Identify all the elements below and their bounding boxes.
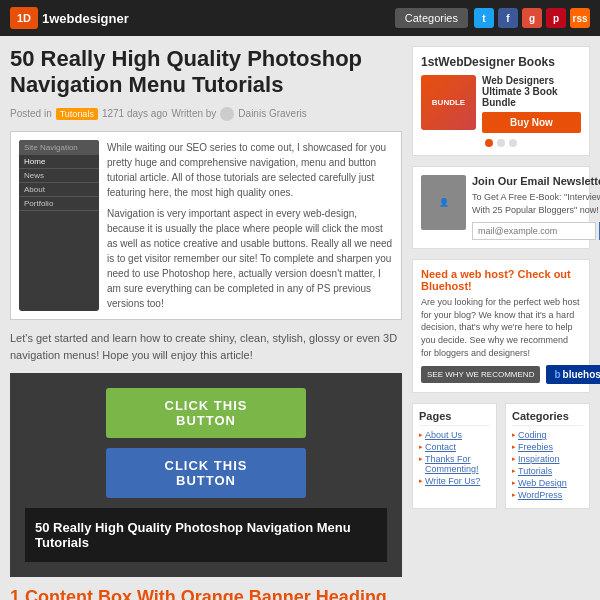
nav-item-home[interactable]: Home xyxy=(19,155,99,169)
nav-item-portfolio[interactable]: Portfolio xyxy=(19,197,99,211)
pinterest-icon[interactable]: p xyxy=(546,8,566,28)
dot-3[interactable] xyxy=(509,139,517,147)
logo-text: 1webdesigner xyxy=(42,11,129,26)
logo[interactable]: 1D 1webdesigner xyxy=(10,7,129,29)
logo-icon: 1D xyxy=(10,7,38,29)
pages-categories: Pages About Us Contact Thanks For Commen… xyxy=(412,403,590,509)
page-contact[interactable]: Contact xyxy=(419,442,490,452)
carousel-dots xyxy=(421,139,581,147)
article-body-3: Let's get started and learn how to creat… xyxy=(10,330,402,365)
email-input-row: + xyxy=(472,222,600,240)
book-info: Web Designers Ultimate 3 Book Bundle Buy… xyxy=(482,75,581,133)
bluehost-text: Are you looking for the perfect web host… xyxy=(421,296,581,359)
demo-area: CLICK THIS BUTTON CLICK THIS BUTTON 50 R… xyxy=(10,373,402,577)
blue-button[interactable]: CLICK THIS BUTTON xyxy=(106,448,306,498)
dot-1[interactable] xyxy=(485,139,493,147)
nav-preview: Site Navigation Home News About Portfoli… xyxy=(19,140,99,311)
book-image: BUNDLE xyxy=(421,75,476,130)
categories-title: Categories xyxy=(512,410,583,426)
twitter-icon[interactable]: t xyxy=(474,8,494,28)
categories-button[interactable]: Categories xyxy=(395,8,468,28)
cat-coding[interactable]: Coding xyxy=(512,430,583,440)
cat-freebies[interactable]: Freebies xyxy=(512,442,583,452)
nav-item-news[interactable]: News xyxy=(19,169,99,183)
pages-column: Pages About Us Contact Thanks For Commen… xyxy=(412,403,497,509)
page-about[interactable]: About Us xyxy=(419,430,490,440)
facebook-icon[interactable]: f xyxy=(498,8,518,28)
buy-now-button[interactable]: Buy Now xyxy=(482,112,581,133)
cat-wordpress[interactable]: WordPress xyxy=(512,490,583,500)
cat-inspiration[interactable]: Inspiration xyxy=(512,454,583,464)
page-write[interactable]: Write For Us? xyxy=(419,476,490,486)
bluehost-logo: bbluehost xyxy=(546,365,600,384)
book-bundle: BUNDLE Web Designers Ultimate 3 Book Bun… xyxy=(421,75,581,133)
article-body: While waiting our SEO series to come out… xyxy=(107,140,393,311)
email-input[interactable] xyxy=(472,222,596,240)
article-meta: Posted in Tutorials 1271 days ago Writte… xyxy=(10,107,402,121)
nav-preview-title: Site Navigation xyxy=(19,140,99,155)
page-layout: 50 Really High Quality Photoshop Navigat… xyxy=(0,36,600,600)
article-title: 50 Really High Quality Photoshop Navigat… xyxy=(10,46,402,99)
rss-icon[interactable]: rss xyxy=(570,8,590,28)
books-title: 1stWebDesigner Books xyxy=(421,55,581,69)
author-avatar xyxy=(220,107,234,121)
nav-item-about[interactable]: About xyxy=(19,183,99,197)
dark-label: 50 Really High Quality Photoshop Navigat… xyxy=(25,508,387,562)
dot-2[interactable] xyxy=(497,139,505,147)
main-content: 50 Really High Quality Photoshop Navigat… xyxy=(10,46,402,600)
email-info: Join Our Email Newsletter To Get A Free … xyxy=(472,175,600,240)
header-right: Categories t f g p rss xyxy=(395,8,590,28)
meta-tag[interactable]: Tutorials xyxy=(56,108,98,120)
cat-webdesign[interactable]: Web Design xyxy=(512,478,583,488)
social-icons: t f g p rss xyxy=(474,8,590,28)
email-newsletter-box: 👤 Join Our Email Newsletter To Get A Fre… xyxy=(412,166,590,249)
section-heading: 1.Content Box With Orange Banner Heading xyxy=(10,587,402,600)
see-why-button[interactable]: SEE WHY WE RECOMMEND xyxy=(421,366,540,383)
bluehost-bottom: SEE WHY WE RECOMMEND bbluehost xyxy=(421,365,581,384)
green-button[interactable]: CLICK THIS BUTTON xyxy=(106,388,306,438)
bluehost-title: Need a web host? Check out Bluehost! xyxy=(421,268,581,292)
books-box: 1stWebDesigner Books BUNDLE Web Designer… xyxy=(412,46,590,156)
page-thanks[interactable]: Thanks For Commenting! xyxy=(419,454,490,474)
google-icon[interactable]: g xyxy=(522,8,542,28)
tutorial-preview-box: Site Navigation Home News About Portfoli… xyxy=(10,131,402,320)
categories-column: Categories Coding Freebies Inspiration T… xyxy=(505,403,590,509)
sidebar: 1stWebDesigner Books BUNDLE Web Designer… xyxy=(412,46,590,600)
bluehost-box: Need a web host? Check out Bluehost! Are… xyxy=(412,259,590,393)
pages-title: Pages xyxy=(419,410,490,426)
cat-tutorials[interactable]: Tutorials xyxy=(512,466,583,476)
person-image: 👤 xyxy=(421,175,466,230)
site-header: 1D 1webdesigner Categories t f g p rss xyxy=(0,0,600,36)
